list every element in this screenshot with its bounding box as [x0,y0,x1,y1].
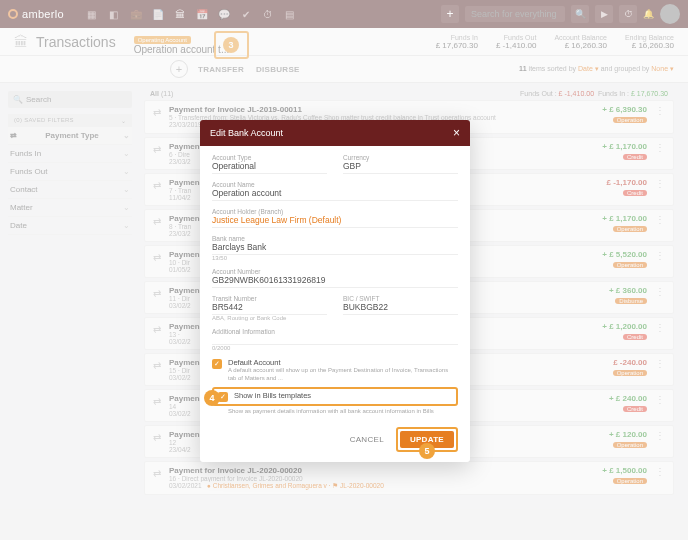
default-account-checkbox[interactable]: ✓ [212,359,222,369]
account-number-field[interactable]: GB29NWBK60161331926819 [212,275,458,288]
close-icon[interactable]: × [453,126,460,140]
show-in-bills-row[interactable]: ✓ Show in Bills templates [218,391,452,402]
modal-header: Edit Bank Account × [200,120,470,146]
additional-info-label: Additional Information [212,328,458,335]
default-account-row[interactable]: ✓ Default Account A default account will… [212,358,458,383]
default-account-label: Default Account [228,358,458,367]
bic-swift-label: BIC / SWIFT [343,295,458,302]
edit-bank-account-modal: Edit Bank Account × Account TypeOperatio… [200,120,470,462]
account-type-label: Account Type [212,154,327,161]
additional-info-counter: 0/2000 [212,345,458,351]
show-in-bills-label: Show in Bills templates [234,391,311,400]
transit-number-label: Transit Number [212,295,327,302]
currency-label: Currency [343,154,458,161]
account-type-field[interactable]: Operational [212,161,327,174]
default-account-desc: A default account will show up on the Pa… [228,367,458,383]
account-name-label: Account Name [212,181,458,188]
show-in-bills-desc: Show as payment details information with… [228,408,458,416]
modal-footer: CANCEL UPDATE 5 [200,419,470,462]
account-number-label: Account Number [212,268,458,275]
account-holder-label: Account Holder (Branch) [212,208,458,215]
account-name-field[interactable]: Operation account [212,188,458,201]
modal-title: Edit Bank Account [210,128,283,138]
account-holder-field[interactable]: Justice League Law Firm (Default) [212,215,458,228]
step-5-badge: 5 [419,443,435,459]
transit-number-field[interactable]: BR5442 [212,302,327,315]
step-4-badge: 4 [204,390,220,406]
bic-swift-field[interactable]: BUKBGB22 [343,302,458,315]
cancel-button[interactable]: CANCEL [344,431,390,448]
step-5-highlight: UPDATE 5 [396,427,458,452]
step-4-highlight: 4 ✓ Show in Bills templates [212,387,458,406]
currency-field[interactable]: GBP [343,161,458,174]
additional-info-field[interactable] [212,335,458,345]
modal-body: Account TypeOperational CurrencyGBP Acco… [200,146,470,419]
bank-name-counter: 13/50 [212,255,458,261]
bank-name-field[interactable]: Barclays Bank [212,242,458,255]
bank-name-label: Bank name [212,235,458,242]
transit-hint: ABA, Routing or Bank Code [212,315,327,321]
